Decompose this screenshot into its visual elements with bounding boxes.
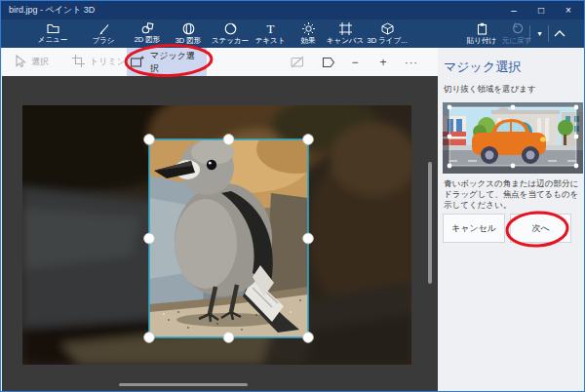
svg-text:T: T [266,22,274,35]
ribbon-toolbar: メニュー ブラシ 2D 図形 3D 図形 ステッカー T テキスト 効果 [1,20,584,48]
magic-select-icon [131,56,145,69]
select-tool[interactable]: 選択 [10,48,53,76]
horizontal-scrollbar[interactable] [119,383,248,386]
collapse-ribbon-button[interactable] [550,20,569,48]
brush-icon [98,22,110,35]
vertical-scrollbar[interactable] [428,162,432,284]
magic-select-tool[interactable]: マジック選択 [127,48,207,76]
menu-button[interactable]: メニュー [29,20,76,48]
undo-dropdown-button[interactable]: ▾ [532,20,547,48]
panel-title: マジック選択 [444,59,521,76]
paste-clipboard-icon [476,22,488,35]
callout-flag-button[interactable] [321,48,336,76]
title-bar: bird.jpg - ペイント 3D – □ × [1,1,584,20]
zoom-in-button[interactable]: + [375,48,391,76]
effects-sun-icon [302,22,315,35]
menu-icon [47,22,59,34]
magic-select-illustration [443,102,583,174]
maximize-button[interactable]: □ [527,1,555,20]
show-fill-icon-button[interactable] [290,48,305,76]
3d-shapes-icon [182,22,195,35]
canvas-workspace [2,76,438,391]
select-cursor-icon [14,55,26,69]
canvas-frame-icon [339,22,352,35]
2d-shapes-icon [141,22,154,34]
3d-library-icon [381,22,394,35]
magic-select-panel: マジック選択 切り抜く領域を選びます [438,48,585,392]
paint3d-window: bird.jpg - ペイント 3D – □ × メニュー ブラシ 2D 図形 … [0,0,585,392]
cancel-button[interactable]: キャンセル [443,214,505,243]
3d-shapes-button[interactable]: 3D 図形 [165,20,212,48]
canvas-image[interactable] [22,105,411,365]
next-button[interactable]: 次へ [510,214,571,243]
ribbon-separator [529,25,530,42]
brush-button[interactable]: ブラシ [80,20,127,48]
bird-photo [22,105,411,365]
more-options-button[interactable]: ··· [402,48,421,76]
2d-shapes-button[interactable]: 2D 図形 [124,20,171,48]
minimize-button[interactable]: – [500,1,527,20]
canvas-button[interactable]: キャンバス [322,20,369,48]
window-controls: – □ × [500,1,582,20]
selection-toolbar: 選択 トリミング マジック選択 − + ··· [2,48,438,76]
crop-icon [72,55,85,69]
text-icon: T [264,22,277,35]
ribbon-separator-2 [548,25,549,42]
sticker-icon [224,22,237,35]
close-button[interactable]: × [555,1,582,20]
panel-subtitle: 切り抜く領域を選びます [444,84,536,96]
undo-icon [511,22,524,35]
zoom-out-button[interactable]: − [347,48,363,76]
3d-library-button[interactable]: 3D ライブ... [364,20,410,48]
panel-instruction: 青いボックスの角または辺の部分にドラッグして、焦点を当てるものを示してください。 [444,178,581,211]
window-title: bird.jpg - ペイント 3D [9,1,95,20]
